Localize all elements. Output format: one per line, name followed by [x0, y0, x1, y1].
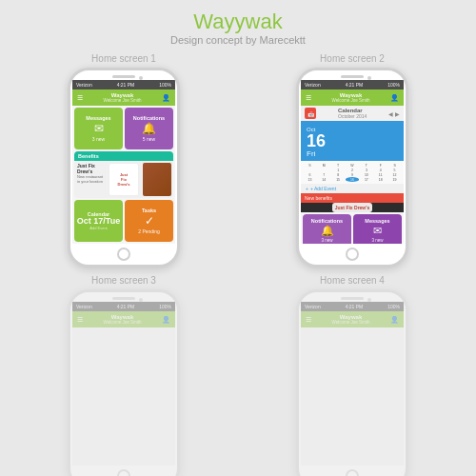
time-2: 4:21 PM	[346, 82, 364, 88]
notifications-icon: 🔔	[142, 122, 156, 135]
phone-4-speaker	[341, 297, 364, 300]
screen2-content: 📅 Calendar October 2014 ◀ ▶ Oct 16 Fri	[301, 106, 404, 244]
calendar-tile[interactable]: Calendar Oct 17/Tue Add Event	[74, 200, 123, 242]
notifications-tile[interactable]: Notifications 🔔 5 new	[125, 108, 173, 149]
big-dow: Fri	[307, 149, 398, 158]
carrier-4: Verizon	[305, 304, 321, 309]
benefits-card-2[interactable]: Just Fix Drew's	[301, 203, 404, 212]
benefits-header: Benefits	[74, 151, 173, 161]
page-header: Wayywak Design concept by Marecektt	[170, 0, 306, 50]
mini-tile-grid: Notifications 🔔 3 new Messages ✉ 3 new	[301, 212, 404, 244]
phone-3-home-btn[interactable]	[117, 469, 130, 476]
phone-3-camera	[139, 298, 143, 302]
status-bar-3: Verizon 4:21 PM 100%	[72, 302, 175, 311]
tile-grid-1: Messages ✉ 3 new Notifications 🔔 5 new B…	[72, 106, 175, 244]
tasks-count: 2 Pending	[138, 228, 160, 234]
screen-4-wrapper: Home screen 4 Verizon 4:21 PM 100% ☰ Way…	[238, 271, 466, 476]
phone-1-home-btn[interactable]	[117, 248, 130, 261]
battery-3: 100%	[159, 304, 171, 309]
calendar-nav: ◀ ▶	[388, 110, 400, 117]
msg-mini-label: Messages	[365, 218, 389, 224]
phone-2-home-btn[interactable]	[346, 248, 359, 261]
battery-1: 100%	[159, 82, 171, 88]
new-benefits-banner: New benefits	[301, 193, 404, 203]
calendar-title-group: Calendar October 2014	[338, 108, 367, 119]
benefits-tile[interactable]: Benefits Just Fix Drew's New restaurant …	[74, 151, 173, 197]
notif-mini-count: 3 new	[321, 238, 332, 243]
screen-3-wrapper: Home screen 3 Verizon 4:21 PM 100% ☰ Way…	[10, 271, 238, 476]
add-event-bar[interactable]: + + Add Event	[301, 184, 404, 193]
tasks-tile[interactable]: Tasks ✓ 2 Pending	[125, 200, 173, 242]
screen-1-wrapper: Home screen 1 Verizon 4:21 PM 100% ☰ Way…	[10, 50, 238, 271]
app-name: Wayywak	[170, 10, 306, 34]
tasks-icon: ✓	[145, 214, 154, 228]
benefits-body: Just Fix Drew's New restaurant in your l…	[74, 161, 173, 197]
phone-1-screen: Verizon 4:21 PM 100% ☰ Waywak Welcome Jo…	[72, 80, 175, 244]
app-header-3: ☰ Waywak Welcome Joe Smith 👤	[72, 311, 175, 327]
app-welcome-2: Welcome Joe Smith	[311, 98, 390, 103]
calendar-header-bar: 📅 Calendar October 2014 ◀ ▶	[301, 106, 404, 121]
msg-mini-icon: ✉	[373, 225, 382, 237]
phone-2: Verizon 4:21 PM 100% ☰ Waywak Welcome Jo…	[296, 68, 408, 268]
phone-1-speaker	[112, 75, 135, 78]
screen-4-label: Home screen 4	[320, 275, 385, 286]
phone-1-camera	[139, 76, 143, 80]
big-day: 16	[307, 132, 398, 149]
phone-3-screen: Verizon 4:21 PM 100% ☰ Waywak Welcome Jo…	[72, 302, 175, 466]
notifications-mini-tile[interactable]: Notifications 🔔 3 new	[303, 214, 351, 244]
tasks-label: Tasks	[142, 208, 156, 213]
messages-tile[interactable]: Messages ✉ 3 new	[74, 108, 123, 149]
phone-2-speaker	[341, 75, 364, 78]
notifications-label: Notifications	[133, 115, 165, 121]
app-welcome-3: Welcome Joe Smith	[83, 320, 162, 325]
cal-today: 16	[346, 177, 360, 182]
phone-3: Verizon 4:21 PM 100% ☰ Waywak Welcome Jo…	[68, 289, 180, 476]
app-header-center-1: Waywak Welcome Joe Smith	[83, 92, 162, 103]
app-header-center-2: Waywak Welcome Joe Smith	[311, 92, 390, 103]
app-welcome-1: Welcome Joe Smith	[83, 98, 162, 103]
messages-count: 3 new	[92, 136, 105, 142]
benefits-title: Just Fix Drew's	[77, 163, 104, 174]
carrier-2: Verizon	[305, 82, 321, 88]
phone-4: Verizon 4:21 PM 100% ☰ Waywak Welcome Jo…	[296, 289, 408, 476]
battery-4: 100%	[387, 304, 400, 309]
messages-label: Messages	[86, 115, 110, 121]
carrier-1: Verizon	[76, 82, 92, 88]
cal-d16: 14	[317, 177, 331, 182]
app-header-2: ☰ Waywak Welcome Joe Smith 👤	[301, 89, 404, 106]
calendar-month-text: October 2014	[338, 113, 367, 119]
calendar-sub: Add Event	[89, 226, 107, 230]
screen-2-wrapper: Home screen 2 Verizon 4:21 PM 100% ☰ Way…	[238, 50, 466, 271]
status-bar-4: Verizon 4:21 PM 100%	[301, 302, 404, 311]
user-icon-1: 👤	[162, 94, 170, 102]
app-subtitle: Design concept by Marecektt	[170, 34, 306, 46]
add-event-icon: +	[306, 186, 308, 191]
calendar-icon-box: 📅	[305, 108, 316, 119]
add-event-text: + Add Event	[310, 186, 336, 191]
status-bar-1: Verizon 4:21 PM 100%	[72, 80, 175, 89]
phone-2-screen: Verizon 4:21 PM 100% ☰ Waywak Welcome Jo…	[301, 80, 404, 244]
benefits-text: Just Fix Drew's New restaurant in your l…	[74, 161, 107, 197]
benefits-sub: New restaurant in your location	[77, 174, 104, 184]
status-bar-2: Verizon 4:21 PM 100%	[301, 80, 404, 89]
notifications-count: 5 new	[143, 136, 155, 142]
phone-4-camera	[367, 298, 371, 302]
carrier-3: Verizon	[76, 304, 92, 309]
user-icon-3: 👤	[162, 316, 170, 324]
phone-4-home-btn[interactable]	[346, 469, 359, 476]
notif-mini-icon: 🔔	[321, 225, 334, 237]
phone-1: Verizon 4:21 PM 100% ☰ Waywak Welcome Jo…	[68, 68, 180, 268]
app-header-1: ☰ Waywak Welcome Joe Smith 👤	[72, 89, 175, 106]
benefits-card-logo: Just Fix Drew's	[332, 203, 372, 212]
phone-4-screen: Verizon 4:21 PM 100% ☰ Waywak Welcome Jo…	[301, 302, 404, 466]
notif-mini-label: Notifications	[311, 218, 343, 224]
calendar-date: Oct 17/Tue	[77, 217, 120, 226]
cal-d20: 19	[387, 177, 402, 182]
time-1: 4:21 PM	[117, 82, 135, 88]
time-3: 4:21 PM	[117, 304, 135, 309]
messages-mini-tile[interactable]: Messages ✉ 3 new	[353, 214, 402, 244]
app-welcome-4: Welcome Joe Smith	[311, 320, 390, 325]
cal-d15: 13	[303, 177, 317, 182]
app-header-4: ☰ Waywak Welcome Joe Smith 👤	[301, 311, 404, 327]
mini-calendar: S M T W T F S 1 2 3 4 5 6	[301, 161, 404, 184]
